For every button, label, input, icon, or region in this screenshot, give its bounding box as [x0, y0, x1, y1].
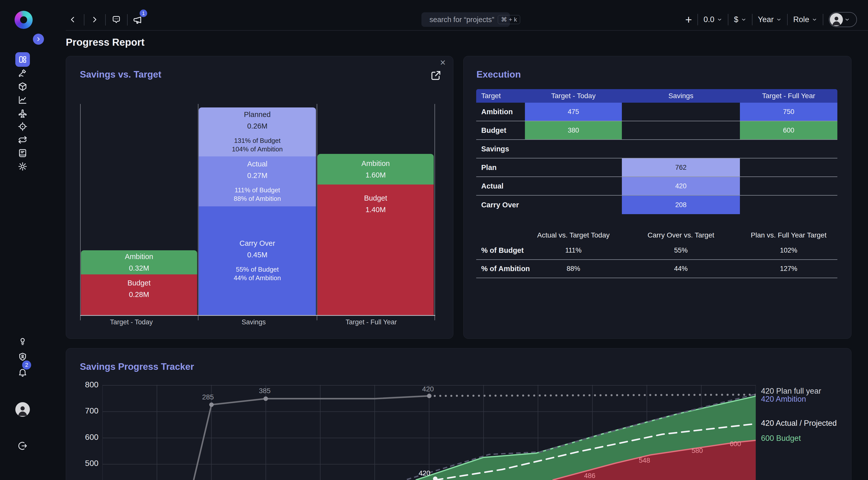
- period-dropdown[interactable]: Year: [758, 15, 782, 24]
- sidebar-item-package[interactable]: [18, 82, 28, 92]
- bar-segment: Budget1.40M: [317, 185, 434, 315]
- tracker-chart: 285385420486548580600420: [102, 385, 756, 480]
- summary-value: 88%: [525, 260, 622, 278]
- sidebar-item-tools[interactable]: [18, 68, 28, 78]
- add-button[interactable]: +: [685, 14, 692, 25]
- search-input[interactable]: search for “projects” ⌘ + k: [422, 12, 510, 27]
- topbar-divider: [127, 14, 128, 26]
- summary-value: 127%: [740, 260, 837, 278]
- svg-text:580: 580: [691, 447, 703, 454]
- bar-segment-text: Ambition: [125, 253, 153, 261]
- person-silhouette-icon: [831, 14, 842, 26]
- package-icon: [18, 82, 28, 92]
- role-dropdown[interactable]: Role: [793, 15, 817, 24]
- svg-text:420: 420: [422, 385, 434, 393]
- progress-report-app: 2 1 search for “projects” ⌘ + k: [0, 0, 868, 480]
- scale-dropdown[interactable]: 0.0: [704, 15, 722, 24]
- announcements-badge: 1: [140, 9, 147, 17]
- svg-text:486: 486: [584, 472, 595, 480]
- table-value-cell: 762: [622, 158, 740, 177]
- sidebar-item-travel[interactable]: [18, 108, 28, 118]
- bar-segment-text: 111% of Budget: [235, 186, 280, 194]
- chevron-down-icon: [717, 17, 722, 22]
- bar-segment: Ambition1.60M: [317, 154, 434, 185]
- bar-segment-text: 0.32M: [129, 264, 149, 273]
- tracker-legend-label: 420 Plan full year: [761, 387, 821, 396]
- sidebar-avatar[interactable]: [15, 402, 30, 417]
- bar-segment: Ambition0.32M: [81, 250, 197, 275]
- topbar-controls: + 0.0 $ Year Role: [685, 11, 857, 28]
- tracker-y-axis-label: 700: [73, 406, 98, 415]
- close-icon[interactable]: ×: [440, 58, 445, 67]
- sidebar-item-ideas[interactable]: [18, 336, 28, 346]
- comments-button[interactable]: [112, 15, 121, 25]
- execution-table-row: Actual420: [476, 177, 837, 196]
- column-header: Savings: [622, 89, 740, 103]
- svg-text:600: 600: [730, 440, 741, 448]
- tracker-y-axis-label: 500: [73, 459, 98, 468]
- role-value: Role: [793, 15, 809, 24]
- svg-text:548: 548: [639, 457, 650, 464]
- bar-segment-text: 0.26M: [247, 122, 268, 130]
- bar-segment-text: 1.60M: [366, 171, 386, 179]
- scale-value: 0.0: [704, 15, 714, 24]
- topbar-avatar: [830, 13, 843, 26]
- sidebar-expand-button[interactable]: [33, 34, 44, 45]
- sidebar-item-dashboard[interactable]: [15, 52, 30, 67]
- bar-chart-guide-line: [434, 104, 435, 320]
- execution-table-row: Savings: [476, 140, 837, 158]
- person-silhouette-icon: [16, 404, 29, 416]
- bar-segment: Planned0.26M131% of Budget104% of Ambiti…: [199, 107, 316, 156]
- bar-segment-text: 0.45M: [247, 251, 268, 259]
- execution-summary-row: % of Ambition88%44%127%: [476, 260, 837, 278]
- repeat-icon: [18, 135, 28, 145]
- topbar-border: [66, 30, 868, 31]
- execution-summary-header: Actual vs. Target TodayCarry Over vs. Ta…: [476, 229, 837, 242]
- bar-chart-x-label: Target - Full Year: [331, 318, 411, 326]
- execution-table-row: Budget380600: [476, 121, 837, 140]
- bar-segment-text: Actual: [247, 160, 268, 168]
- back-button[interactable]: [68, 15, 77, 24]
- row-label: Actual: [481, 177, 503, 195]
- bar-segment-text: Budget: [128, 279, 151, 287]
- bar-chart-x-label: Savings: [214, 318, 294, 326]
- sidebar-item-recurring[interactable]: [18, 135, 28, 145]
- bar-segment-text: 0.28M: [129, 290, 149, 299]
- bar-segment-text: Ambition: [362, 159, 390, 168]
- bar-segment-text: Budget: [364, 194, 387, 202]
- table-value-cell: 475: [525, 103, 622, 121]
- comment-icon: [112, 15, 121, 25]
- savings-card-title: Savings vs. Target: [80, 69, 161, 80]
- row-label: % of Ambition: [481, 260, 530, 278]
- row-label: Budget: [481, 121, 506, 139]
- sidebar-item-target[interactable]: [18, 122, 28, 132]
- notebook-icon: [18, 148, 28, 158]
- tracker-legend-label: 420 Ambition: [761, 395, 806, 404]
- summary-value: 44%: [622, 260, 740, 278]
- execution-table-row: Plan762: [476, 158, 837, 177]
- tracker-y-axis-label: 600: [73, 433, 98, 442]
- row-label: Savings: [481, 140, 509, 158]
- bar-segment-text: 1.40M: [366, 205, 386, 214]
- lightbulb-icon: [18, 336, 28, 346]
- chevron-right-icon: [90, 15, 99, 24]
- sidebar-item-analytics[interactable]: [18, 95, 28, 105]
- sidebar-item-settings[interactable]: [18, 161, 28, 171]
- summary-value: 102%: [740, 242, 837, 259]
- table-value-cell: 600: [740, 121, 837, 139]
- table-value-cell: 750: [740, 103, 837, 121]
- column-header: Target: [481, 89, 501, 103]
- bar-segment-text: 0.27M: [247, 171, 268, 180]
- dashboard-icon: [18, 55, 27, 64]
- topbar-divider: [84, 14, 84, 26]
- bar-chart-guide-line: [317, 104, 317, 320]
- expand-card-button[interactable]: [430, 70, 441, 81]
- forward-button[interactable]: [90, 15, 99, 24]
- user-menu[interactable]: [829, 12, 857, 27]
- bar-segment-text: 88% of Ambition: [234, 194, 281, 203]
- bar-segment-text: 131% of Budget: [234, 136, 281, 145]
- currency-dropdown[interactable]: $: [734, 15, 746, 24]
- sidebar-item-logout[interactable]: [18, 441, 28, 451]
- search-shortcut-badge: ⌘ + k: [498, 15, 520, 24]
- sidebar-item-notebook[interactable]: [18, 148, 28, 158]
